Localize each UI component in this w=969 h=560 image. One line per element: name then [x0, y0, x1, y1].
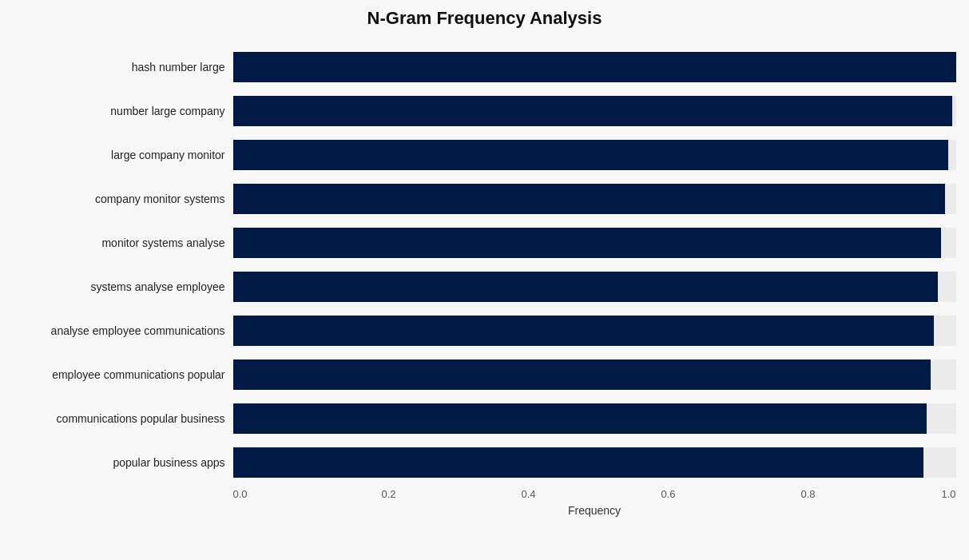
bar-label: large company monitor — [14, 149, 233, 161]
x-tick: 1.0 — [924, 488, 956, 500]
x-tick: 0.8 — [792, 488, 824, 500]
bar-fill — [233, 184, 945, 214]
bar-wrapper — [233, 403, 956, 434]
bar-label: number large company — [14, 105, 233, 117]
table-row: systems analyse employee — [14, 264, 956, 308]
table-row: analyse employee communications — [14, 308, 956, 352]
bar-wrapper — [233, 316, 956, 346]
table-row: monitor systems analyse — [14, 220, 956, 264]
bar-fill — [233, 52, 956, 82]
bar-fill — [233, 272, 938, 302]
bar-label: monitor systems analyse — [14, 236, 233, 249]
x-tick: 0.0 — [233, 488, 265, 500]
table-row: number large company — [14, 89, 956, 133]
bar-fill — [233, 359, 931, 390]
bar-wrapper — [233, 96, 956, 126]
x-tick: 0.4 — [513, 488, 545, 500]
chart-container: hash number largenumber large companylar… — [14, 37, 956, 549]
table-row: employee communications popular — [14, 352, 956, 396]
x-tick: 0.2 — [373, 488, 405, 500]
bar-label: popular business apps — [14, 456, 233, 469]
bar-fill — [233, 447, 923, 478]
bar-label: analyse employee communications — [14, 324, 233, 337]
bar-fill — [233, 140, 949, 170]
bar-label: communications popular business — [14, 412, 233, 425]
bar-wrapper — [233, 359, 956, 390]
bar-fill — [233, 96, 952, 126]
bar-wrapper — [233, 140, 956, 170]
x-axis-ticks: 0.00.20.40.60.81.0 — [233, 488, 956, 500]
chart-title: N-Gram Frequency Analysis — [367, 8, 602, 29]
bar-fill — [233, 316, 935, 346]
bar-wrapper — [233, 228, 956, 258]
bar-label: company monitor systems — [14, 193, 233, 205]
bar-wrapper — [233, 272, 956, 302]
bar-fill — [233, 403, 927, 434]
bar-wrapper — [233, 52, 956, 82]
table-row: large company monitor — [14, 133, 956, 177]
bar-label: employee communications popular — [14, 368, 233, 381]
chart-area: hash number largenumber large companylar… — [14, 45, 956, 484]
table-row: communications popular business — [14, 396, 956, 440]
table-row: company monitor systems — [14, 177, 956, 220]
x-axis: 0.00.20.40.60.81.0 — [14, 488, 956, 500]
bar-wrapper — [233, 184, 956, 214]
x-axis-label: Frequency — [14, 504, 956, 517]
table-row: hash number large — [14, 45, 956, 89]
x-tick: 0.6 — [653, 488, 685, 500]
bar-label: hash number large — [14, 61, 233, 73]
bar-fill — [233, 228, 942, 258]
table-row: popular business apps — [14, 440, 956, 484]
bar-wrapper — [233, 447, 956, 478]
bar-label: systems analyse employee — [14, 280, 233, 293]
